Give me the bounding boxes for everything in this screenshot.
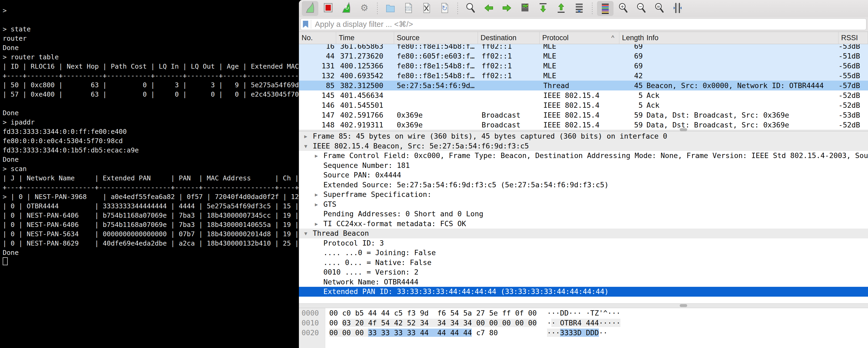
expand-icon[interactable]: ▶	[315, 219, 318, 229]
expand-icon[interactable]: ▶	[315, 151, 318, 161]
stop-capture-button[interactable]	[320, 1, 336, 16]
hex-row-0020[interactable]: 002000 00 00 33 33 33 33 44 44 44 44 c7 …	[299, 328, 868, 338]
display-filter-input[interactable]	[314, 20, 866, 29]
detail-row[interactable]: Protocol ID: 3	[299, 238, 868, 248]
toolbar-separator	[592, 3, 592, 14]
terminal-line: > router table	[3, 52, 299, 62]
capture-options-button[interactable]: ⚙	[356, 1, 373, 16]
collapse-icon[interactable]: ▼	[304, 141, 307, 151]
terminal-line: | 0 | NEST-PAN-6406 | b754b1168a07069e |…	[3, 211, 299, 220]
detail-row[interactable]: ▼IEEE 802.15.4 Beacon, Src: 5e:27:5a:54:…	[299, 141, 868, 151]
packet-row-148[interactable]: 148402.9193110x369eBroadcastIEEE 802.15.…	[299, 120, 868, 130]
packet-row-85[interactable]: 85382.3125005e:27:5a:54:f6:9d…Thread45Be…	[299, 81, 868, 90]
cell-time: 402.591766	[336, 110, 394, 120]
detail-row[interactable]: ▶TI CC24xx-format metadata: FCS OK	[299, 219, 868, 229]
packet-row-131[interactable]: 131400.125366fe80::f8e1:54b8:f…ff02::1ML…	[299, 61, 868, 71]
hex-row-0000[interactable]: 000000 c0 b5 44 44 c5 f3 9d f6 54 5a 27 …	[299, 308, 868, 318]
detail-row[interactable]: 0010 .... = Version: 2	[299, 267, 868, 277]
collapse-icon[interactable]: ▼	[304, 229, 307, 238]
auto-scroll-button[interactable]	[571, 1, 587, 16]
cell-destination: ff02::1	[478, 44, 539, 51]
packet-list-header: No.TimeSourceDestinationProtocol^LengthI…	[299, 32, 868, 44]
splitter-handle[interactable]	[680, 304, 687, 307]
display-filter-bar	[299, 17, 868, 32]
detail-row[interactable]: Sequence Number: 181	[299, 161, 868, 171]
column-header-destination[interactable]: Destination	[478, 32, 539, 44]
column-header-source[interactable]: Source	[394, 32, 478, 44]
go-back-button[interactable]	[480, 1, 497, 16]
cell-source: 0x369e	[394, 110, 478, 120]
column-header-no[interactable]: No.	[299, 32, 336, 44]
cell-length: 69	[619, 51, 644, 61]
colorize-button[interactable]	[597, 1, 614, 16]
detail-row[interactable]: Extended PAN ID: 33:33:33:33:44:44:44:44…	[299, 287, 868, 297]
packet-bytes-pane[interactable]: 000000 c0 b5 44 44 c5 f3 9d f6 54 5a 27 …	[299, 308, 868, 348]
save-file-button[interactable]: 0101001101	[400, 1, 417, 16]
go-forward-button[interactable]	[499, 1, 515, 16]
expand-icon[interactable]: ▶	[304, 132, 307, 141]
column-header-time[interactable]: Time	[336, 32, 394, 44]
close-file-button[interactable]	[418, 1, 435, 16]
detail-row[interactable]: Extended Source: 5e:27:5a:54:f6:9d:f3:c5…	[299, 180, 868, 190]
expand-icon[interactable]: ▶	[315, 190, 318, 200]
start-capture-button[interactable]	[302, 1, 318, 16]
go-first-button[interactable]	[535, 1, 551, 16]
hex-offset: 0020	[302, 328, 319, 338]
colorize-icon	[599, 2, 611, 15]
zoom-out-button[interactable]: −	[633, 1, 650, 16]
detail-text: .... ...0 = Joining: False	[323, 248, 436, 258]
packet-row-44[interactable]: 44371.273620fe80::605f:e603:f…ff02::1MLE…	[299, 51, 868, 61]
svg-text:↻: ↻	[345, 5, 349, 11]
column-header-rssi[interactable]: RSSI	[838, 32, 868, 44]
cell-length: 59	[619, 120, 644, 130]
cell-source	[394, 90, 478, 100]
column-label: Time	[339, 34, 354, 42]
cell-destination: ff02::1	[478, 51, 539, 61]
packet-row-16[interactable]: 16361.665863fe80::f8e1:54b8:f…ff02::1MLE…	[299, 44, 868, 51]
restart-capture-button[interactable]: ↻	[338, 1, 354, 16]
detail-row[interactable]: ▶Frame Control Field: 0xc000, Frame Type…	[299, 151, 868, 161]
zoom-in-button[interactable]: +	[615, 1, 631, 16]
terminal-line: +---+------------------+----------------…	[3, 183, 299, 192]
go-last-button[interactable]	[553, 1, 569, 16]
detail-row[interactable]: .... 0... = Native: False	[299, 258, 868, 268]
resize-columns-button[interactable]	[669, 1, 686, 16]
terminal-line: | 0 | NEST-PAN-8629 | 40dfe69e4eda2dbe |…	[3, 239, 299, 248]
hex-ascii: ···DD··· ·TZ'^···	[547, 308, 620, 318]
go-to-packet-button[interactable]	[517, 1, 533, 16]
expand-icon[interactable]: ▶	[315, 200, 318, 209]
open-file-button[interactable]	[382, 1, 399, 16]
toolbar-separator	[457, 3, 458, 14]
column-header-protocol[interactable]: Protocol^	[539, 32, 619, 44]
detail-row[interactable]: Source PAN: 0x4444	[299, 170, 868, 180]
detail-row[interactable]: .... ...0 = Joining: False	[299, 248, 868, 258]
zoom-reset-button[interactable]: =	[651, 1, 668, 16]
detail-row[interactable]: Network Name: OTBR4444	[299, 277, 868, 287]
packet-row-145[interactable]: 145401.456634IEEE 802.15.45Ack-52dB	[299, 90, 868, 100]
detail-row[interactable]: Pending Addresses: 0 Short and 0 Long	[299, 209, 868, 219]
column-header-length[interactable]: Length	[619, 32, 644, 44]
splitter-handle[interactable]	[680, 128, 687, 131]
svg-text:−: −	[639, 3, 642, 9]
reload-file-button[interactable]: ↻	[436, 1, 453, 16]
terminal-window[interactable]: >> staterouterDone> router table| ID | R…	[0, 0, 299, 348]
hex-row-0010[interactable]: 001000 03 20 4f 54 42 52 34 34 34 34 00 …	[299, 318, 868, 328]
packet-row-147[interactable]: 147402.5917660x369eBroadcastIEEE 802.15.…	[299, 110, 868, 120]
find-packet-button[interactable]	[462, 1, 479, 16]
detail-text: Extended PAN ID: 33:33:33:33:44:44:44:44…	[323, 287, 609, 297]
detail-row[interactable]: ▶GTS	[299, 200, 868, 209]
packet-row-132[interactable]: 132400.693542fe80::f8e1:54b8:f…ff02::1ML…	[299, 71, 868, 81]
detail-row[interactable]: ▶Superframe Specification:	[299, 190, 868, 200]
svg-text:↻: ↻	[442, 4, 447, 12]
cell-no: 132	[299, 71, 336, 81]
filter-bookmark-icon[interactable]	[303, 21, 308, 28]
display-filter-field[interactable]	[301, 18, 866, 30]
cell-time: 371.273620	[336, 51, 394, 61]
column-header-info[interactable]: Info	[644, 32, 838, 44]
packet-row-146[interactable]: 146401.545501IEEE 802.15.45Ack-52dB	[299, 100, 868, 110]
detail-row[interactable]: ▶Frame 85: 45 bytes on wire (360 bits), …	[299, 132, 868, 141]
details-hex-splitter[interactable]	[299, 303, 868, 308]
cell-time: 400.125366	[336, 61, 394, 71]
detail-row[interactable]: ▼Thread Beacon	[299, 229, 868, 238]
hex-bytes: 00 00 00 33 33 33 33 44 44 44 44 c7 80	[329, 328, 498, 338]
